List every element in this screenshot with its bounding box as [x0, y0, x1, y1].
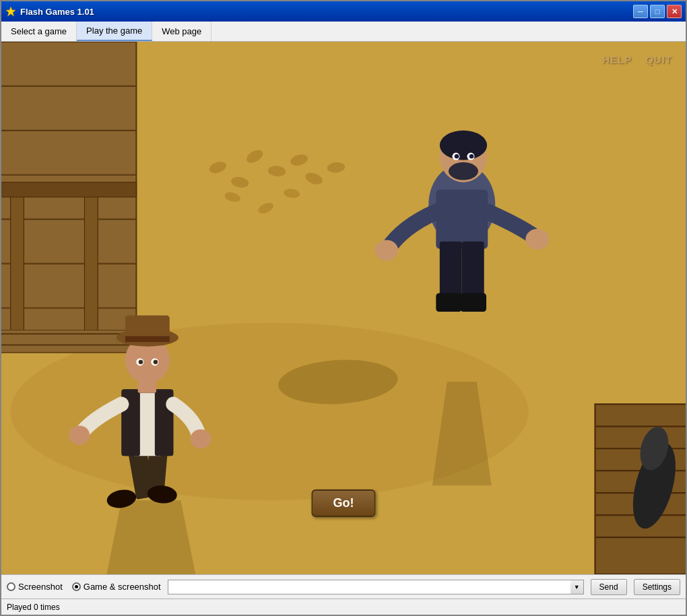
menu-web-page[interactable]: Web page: [152, 22, 211, 41]
svg-point-68: [139, 360, 143, 364]
game-area[interactable]: HELP QUIT Go!: [1, 42, 686, 574]
game-ui-overlay: HELP QUIT: [602, 54, 672, 65]
svg-rect-49: [436, 294, 461, 312]
svg-rect-48: [462, 242, 484, 301]
close-button[interactable]: ✕: [667, 5, 682, 18]
svg-rect-37: [436, 190, 488, 249]
svg-point-46: [525, 229, 549, 250]
svg-rect-50: [461, 294, 486, 312]
svg-rect-11: [84, 190, 98, 353]
quit-button[interactable]: QUIT: [645, 54, 672, 65]
titlebar-left: Flash Games 1.01: [5, 6, 94, 17]
svg-point-43: [455, 154, 459, 159]
app-icon: [5, 6, 16, 17]
svg-marker-0: [6, 7, 15, 16]
titlebar-buttons: ─ □ ✕: [633, 5, 682, 18]
game-screenshot-radio-circle: [72, 582, 81, 591]
maximize-button[interactable]: □: [650, 5, 665, 18]
game-screenshot-radio[interactable]: Game & screenshot: [72, 582, 161, 592]
menubar: Select a game Play the game Web page: [1, 22, 686, 42]
settings-button[interactable]: Settings: [634, 579, 680, 595]
send-button[interactable]: Send: [591, 579, 627, 595]
help-button[interactable]: HELP: [602, 54, 632, 65]
svg-point-39: [440, 131, 487, 160]
svg-rect-10: [11, 190, 24, 353]
window-title: Flash Games 1.01: [20, 7, 94, 17]
svg-rect-65: [125, 336, 170, 342]
go-button-container: Go!: [312, 489, 376, 517]
menu-play-game[interactable]: Play the game: [77, 22, 152, 41]
go-button[interactable]: Go!: [312, 489, 376, 517]
played-status: Played 0 times: [7, 603, 60, 612]
svg-point-40: [449, 162, 478, 180]
screenshot-radio-circle: [7, 582, 15, 591]
dropdown-container: ▼: [168, 580, 584, 594]
app-window: Flash Games 1.01 ─ □ ✕ Select a game Pla…: [0, 0, 687, 616]
toolbar: Screenshot Game & screenshot ▼ Send Sett…: [1, 574, 686, 598]
statusbar: Played 0 times: [1, 598, 686, 615]
minimize-button[interactable]: ─: [633, 5, 648, 18]
svg-point-44: [469, 154, 474, 159]
screenshot-radio[interactable]: Screenshot: [7, 582, 63, 592]
svg-point-60: [191, 430, 211, 449]
email-dropdown[interactable]: [168, 580, 570, 594]
menu-select-game[interactable]: Select a game: [1, 22, 77, 41]
dropdown-arrow[interactable]: ▼: [570, 580, 584, 594]
radio-group: Screenshot Game & screenshot: [7, 582, 161, 592]
svg-point-59: [69, 425, 90, 445]
svg-rect-47: [440, 242, 462, 301]
svg-point-45: [374, 240, 398, 261]
svg-rect-12: [1, 182, 136, 197]
svg-point-69: [154, 360, 158, 364]
titlebar: Flash Games 1.01 ─ □ ✕: [1, 1, 686, 22]
